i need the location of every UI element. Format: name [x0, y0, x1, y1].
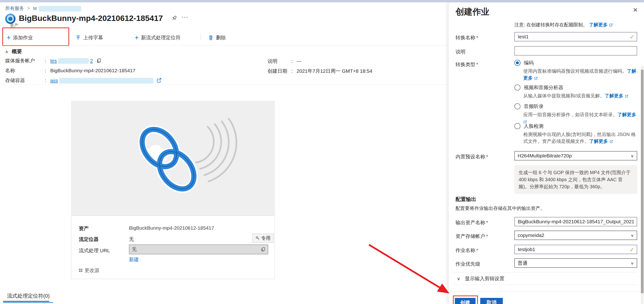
output-asset-input[interactable]	[514, 217, 637, 226]
panel-description-field	[514, 46, 637, 56]
clip-divider-top	[453, 272, 638, 272]
overview-container-row: 存储容器 : ass	[5, 77, 162, 84]
radio-icon	[514, 123, 520, 129]
plus-icon: +	[134, 35, 139, 40]
top-strip	[0, 0, 644, 2]
copy-icon[interactable]	[96, 58, 102, 63]
change-source-button[interactable]: 更改源	[79, 267, 99, 274]
close-icon[interactable]: ×	[633, 6, 638, 14]
transform-name-label: 转换名称*	[456, 34, 511, 41]
breadcrumb-redaction	[39, 6, 81, 12]
add-job-button[interactable]: + 添加作业	[6, 34, 33, 41]
job-priority-select[interactable]: 普通 ∨	[514, 258, 637, 268]
new-locator-link[interactable]: 新建	[129, 256, 139, 263]
learn-more-link[interactable]: 了解更多	[589, 138, 608, 144]
job-name-input[interactable]	[514, 245, 637, 254]
streaming-url-value: 无	[132, 246, 137, 253]
breadcrumb-current[interactable]: te	[33, 6, 37, 11]
overview-header[interactable]: ∧ 概要	[5, 48, 22, 55]
external-link-icon[interactable]	[156, 78, 162, 83]
panel-title: 创建作业	[456, 6, 490, 18]
new-streaming-locator-button[interactable]: + 新流式处理定位符	[134, 34, 181, 41]
storage-account-label: 资产存储帐户*	[456, 233, 511, 240]
panel-footer	[448, 291, 644, 304]
asset-value: BigBuckBunny-mp4-20210612-185417	[129, 225, 214, 231]
job-name-label: 作业名称*	[456, 247, 511, 254]
page-subtitle: 资产	[10, 22, 18, 28]
radio-encode[interactable]: 编码	[514, 60, 637, 66]
panel-description-input[interactable]	[514, 46, 637, 56]
learn-more-link[interactable]: 了解更多	[618, 112, 636, 117]
media-account-link[interactable]: tes	[50, 58, 57, 63]
radio-audio-transcription[interactable]: 音频听录	[514, 103, 637, 110]
streaming-locators-tab[interactable]: 流式处理定位符(0)	[7, 292, 50, 300]
transform-name-input[interactable]	[514, 32, 637, 42]
chevron-down-icon: ∨	[630, 154, 634, 158]
external-link-icon	[534, 76, 538, 80]
media-account-link-suffix[interactable]: 2	[90, 58, 93, 63]
locator-label: 流定位器	[79, 236, 98, 242]
radio-face-detection[interactable]: 人脸检测	[514, 123, 637, 130]
external-link-icon	[610, 140, 613, 144]
overview-description-row: 说明 : ---	[268, 58, 302, 64]
copy-icon[interactable]	[261, 247, 266, 252]
upload-captions-button[interactable]: 上传字幕	[75, 34, 103, 41]
scrollbar-thumb[interactable]	[641, 70, 644, 293]
output-asset-field	[514, 217, 637, 226]
tab-underline	[3, 301, 49, 302]
panel-description-label: 说明	[456, 48, 511, 55]
overview-bottom-border	[0, 84, 448, 84]
grid-icon	[79, 268, 82, 272]
quota-note: 注意: 在创建转换时存在配额限制。 了解更多	[514, 22, 634, 28]
media-account-redaction	[58, 58, 89, 64]
media-account-label: 媒体服务帐户	[5, 58, 43, 64]
storage-account-select[interactable]: copymeida2 ∨	[514, 230, 637, 240]
learn-more-link[interactable]: 了解更多	[589, 22, 608, 27]
key-icon	[256, 236, 260, 240]
job-name-field: ✓	[514, 245, 637, 254]
cancel-button[interactable]: 取消	[480, 298, 503, 304]
radio-av-analyzer[interactable]: 视频和音频分析器	[514, 84, 637, 91]
no-stream-illustration	[71, 101, 275, 216]
job-priority-label: 作业优先级	[456, 261, 511, 267]
container-label: 存储容器	[5, 77, 43, 84]
radio-icon	[514, 84, 520, 90]
clip-divider-bottom	[453, 285, 638, 285]
overview-name-row: 名称 : BigBuckBunny-mp4-20210612-185417	[5, 67, 135, 74]
preset-select[interactable]: H264MultipleBitrate720p ∨	[514, 151, 637, 160]
configure-output-title: 配置输出	[456, 196, 476, 203]
create-button[interactable]: 创建	[455, 298, 476, 304]
panel-scrollbar[interactable]	[641, 66, 644, 304]
learn-more-link[interactable]: 了解更多	[605, 93, 624, 98]
streaming-url-label: 流式处理 URL	[79, 247, 110, 254]
pin-button[interactable]	[171, 15, 178, 22]
toolbar-divider	[200, 34, 201, 40]
valid-check-icon: ✓	[630, 246, 634, 253]
page: 所有服务 > te BigBuckBunny-mp4-20210612-1854…	[0, 0, 644, 304]
container-link[interactable]: ass	[50, 78, 58, 83]
container-redaction	[59, 78, 154, 84]
created-value: 2021年7月12日周一 GMT+8 18:54	[297, 68, 372, 74]
transform-type-label: 转换类型*	[456, 61, 511, 68]
asset-label: 资产	[79, 225, 89, 232]
valid-check-icon: ✓	[630, 34, 634, 40]
clip-settings-toggle[interactable]: ∨ 显示输入剪辑设置	[457, 275, 504, 282]
breadcrumb-all-services[interactable]: 所有服务	[5, 6, 24, 11]
name-label: 名称	[5, 67, 43, 74]
overview-media-account-row: 媒体服务帐户 : tes 2	[5, 58, 102, 64]
description-label: 说明	[268, 58, 290, 64]
more-button[interactable]: …	[181, 11, 188, 19]
description-value: ---	[297, 58, 302, 64]
name-value: BigBuckBunny-mp4-20210612-185417	[50, 68, 136, 73]
breadcrumb-separator: >	[27, 6, 30, 11]
asset-detail-card: 资产 BigBuckBunny-mp4-20210612-185417 流定位器…	[71, 216, 275, 279]
breadcrumb: 所有服务 > te	[5, 5, 81, 12]
delete-button[interactable]: 删除	[208, 34, 226, 41]
overview-created-row: 创建日期 : 2021年7月12日周一 GMT+8 18:54	[268, 68, 372, 74]
private-button[interactable]: 专用	[252, 234, 274, 242]
preset-description: 生成一组 6 个与 GOP 保持一致的 MP4 文件(范围介于 400 kbps…	[514, 165, 637, 194]
configure-output-desc: 配置要将作业输出存储在其中的输出资产。	[456, 205, 545, 212]
radio-face-detection-desc: 检测视频中出现的人脸(含时间戳)，然后输出 JSON 格式文件。资产必须是视频文…	[523, 131, 638, 145]
preset-name-label: 内置预设名称*	[456, 154, 511, 160]
chevron-down-icon: ∨	[457, 276, 460, 281]
